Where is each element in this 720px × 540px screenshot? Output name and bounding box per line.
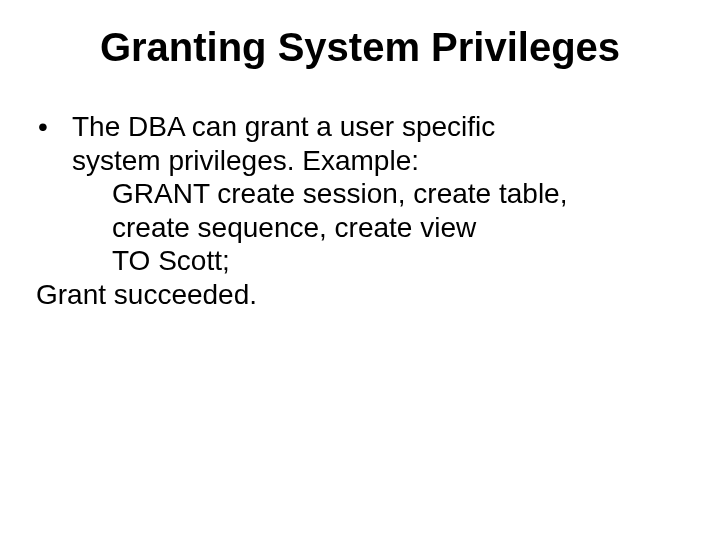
slide-title: Granting System Privileges [36, 24, 684, 70]
slide-body: • The DBA can grant a user specific syst… [36, 110, 684, 312]
code-line-3: TO Scott; [36, 244, 684, 278]
bullet-dot-icon: • [36, 110, 72, 144]
result-line: Grant succeeded. [36, 278, 684, 312]
bullet-item: • The DBA can grant a user specific syst… [36, 110, 684, 177]
code-line-1: GRANT create session, create table, [36, 177, 684, 211]
bullet-line-1: The DBA can grant a user specific [72, 111, 495, 142]
bullet-line-2: system privileges. Example: [72, 145, 419, 176]
slide: Granting System Privileges • The DBA can… [0, 0, 720, 540]
code-line-2: create sequence, create view [36, 211, 684, 245]
bullet-text: The DBA can grant a user specific system… [72, 110, 684, 177]
